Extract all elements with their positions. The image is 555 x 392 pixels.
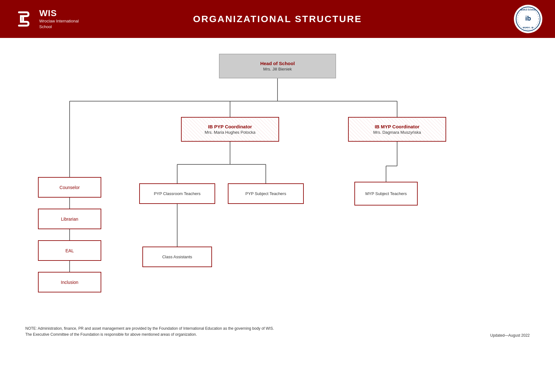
svg-text:ib: ib bbox=[525, 15, 531, 22]
svg-text:WORLD SCHOOL: WORLD SCHOOL bbox=[520, 9, 536, 11]
footer: NOTE: Administration, finance, PR and as… bbox=[0, 319, 555, 347]
logo-wis-text: WIS bbox=[39, 8, 79, 18]
pyp-subject-teachers-node: PYP Subject Teachers bbox=[228, 183, 304, 204]
myp-coordinator-node: IB MYP Coordinator Mrs. Dagmara Muszyńsk… bbox=[348, 117, 446, 142]
pyp-subject-label: PYP Subject Teachers bbox=[246, 191, 286, 196]
counselor-label: Counselor bbox=[59, 185, 80, 190]
myp-subject-teachers-node: MYP Subject Teachers bbox=[354, 182, 418, 205]
counselor-node: Counselor bbox=[38, 177, 101, 198]
inclusion-label: Inclusion bbox=[61, 280, 78, 285]
svg-rect-1 bbox=[22, 16, 24, 22]
svg-text:MUNDO · IB: MUNDO · IB bbox=[523, 27, 533, 28]
logo-text: WIS Wroclaw International School bbox=[39, 8, 79, 30]
class-assistants-label: Class Assistants bbox=[162, 254, 192, 259]
logo-area: WIS Wroclaw International School bbox=[13, 8, 79, 30]
inclusion-node: Inclusion bbox=[38, 272, 101, 292]
footer-note-line2: The Executive Committee of the Foundatio… bbox=[25, 332, 274, 338]
wis-logo-icon bbox=[13, 8, 35, 30]
head-of-school-name: Mrs. Jill Bieniek bbox=[263, 67, 292, 71]
class-assistants-node: Class Assistants bbox=[142, 247, 212, 267]
librarian-label: Librarian bbox=[61, 217, 78, 222]
page-title: ORGANIZATIONAL STRUCTURE bbox=[193, 14, 362, 24]
logo-school-name: Wroclaw International School bbox=[39, 18, 79, 30]
pyp-coord-name: Mrs. Maria Hughes Potocka bbox=[205, 130, 255, 135]
librarian-node: Librarian bbox=[38, 209, 101, 229]
pyp-classroom-teachers-node: PYP Classroom Teachers bbox=[139, 183, 215, 204]
footer-note: NOTE: Administration, finance, PR and as… bbox=[25, 326, 274, 338]
header: WIS Wroclaw International School ORGANIZ… bbox=[0, 0, 555, 38]
footer-updated: Updated—August 2022 bbox=[490, 333, 530, 338]
myp-subject-label: MYP Subject Teachers bbox=[365, 191, 407, 196]
eal-node: EAL bbox=[38, 240, 101, 261]
org-chart: Head of School Mrs. Jill Bieniek IB PYP … bbox=[0, 41, 555, 319]
head-of-school-node: Head of School Mrs. Jill Bieniek bbox=[219, 54, 336, 78]
ib-logo: ib WORLD SCHOOL MUNDO · IB bbox=[514, 5, 542, 33]
pyp-coordinator-node: IB PYP Coordinator Mrs. Maria Hughes Pot… bbox=[181, 117, 279, 142]
head-of-school-title: Head of School bbox=[260, 61, 295, 66]
pyp-coord-title: IB PYP Coordinator bbox=[208, 124, 252, 129]
footer-note-line1: NOTE: Administration, finance, PR and as… bbox=[25, 326, 274, 332]
myp-coord-name: Mrs. Dagmara Muszyńska bbox=[373, 130, 421, 135]
pyp-classroom-label: PYP Classroom Teachers bbox=[154, 191, 201, 196]
eal-label: EAL bbox=[65, 248, 74, 253]
myp-coord-title: IB MYP Coordinator bbox=[375, 124, 419, 129]
